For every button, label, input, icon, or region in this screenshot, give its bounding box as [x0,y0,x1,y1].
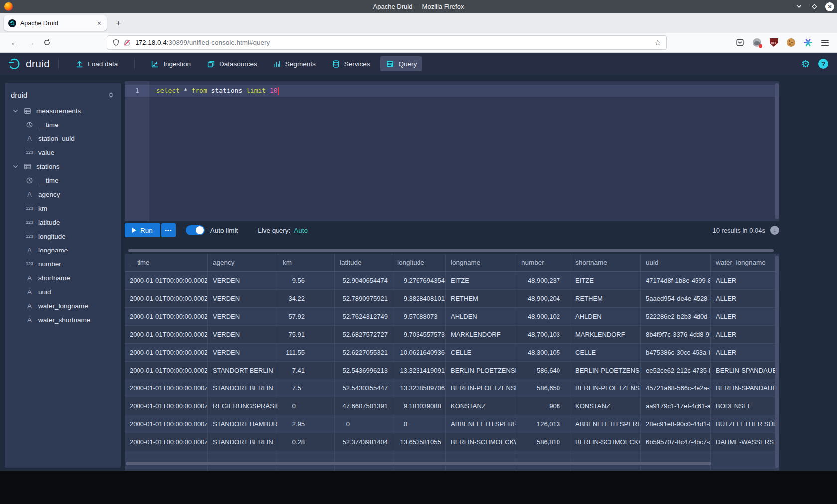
cell-water_longname[interactable]: BÜTZFLETHER SÜDERE [711,415,775,433]
sidebar-column-water_longname[interactable]: Awater_longname [5,299,121,313]
cell-number[interactable]: 48,900,102 [516,308,570,325]
panel-splitter[interactable] [128,249,774,252]
cell-uuid[interactable]: 45721a68-566c-4e2a-a6 [641,379,711,397]
run-more-button[interactable]: ••• [161,223,176,237]
cell-number[interactable]: 48,900,237 [516,272,570,289]
cell-longname[interactable]: RETHEM [446,290,516,307]
cell-longitude[interactable]: 10.0621640936 [392,344,446,361]
cell-longitude[interactable]: 9.3828408101 [392,290,446,307]
nav-item-ingestion[interactable]: Ingestion [145,56,196,71]
cell-__time[interactable]: 2000-01-01T00:00:00.000Z [125,433,208,451]
reload-button[interactable] [39,35,55,50]
cell-water_longname[interactable]: ALLER [711,344,775,361]
results-vertical-scrollbar[interactable] [775,256,779,468]
cell-shortname[interactable]: RETHEM [570,290,641,307]
live-query-value[interactable]: Auto [294,227,308,234]
cell-latitude[interactable]: 0 [335,415,392,433]
cell-longname[interactable]: MARKLENDORF [446,326,516,343]
column-header-__time[interactable]: __time [125,254,208,271]
privacy-mask-icon[interactable] [748,35,765,50]
cell-__time[interactable]: 2000-01-01T00:00:00.000Z [125,415,208,433]
cell-longitude[interactable]: 13.3231419091 [392,362,446,379]
cell-__time[interactable]: 2000-01-01T00:00:00.000Z [125,379,208,397]
cell-number[interactable]: 48,900,204 [516,290,570,307]
nav-item-services[interactable]: Services [326,56,376,71]
cell-shortname[interactable]: CELLE [570,344,641,361]
cell-longitude[interactable]: 9.57088073 [392,308,446,325]
sidebar-column-value[interactable]: 123value [5,145,121,159]
cell-latitude[interactable]: 52.5436996213 [335,362,392,379]
cell-__time[interactable]: 2000-01-01T00:00:00.000Z [125,308,208,325]
sidebar-column-latitude[interactable]: 123latitude [5,215,121,229]
cell-__time[interactable]: 2000-01-01T00:00:00.000Z [125,362,208,379]
cell-latitude[interactable]: 52.7624312749 [335,308,392,325]
schema-selector[interactable]: druid [5,86,121,104]
nav-item-datasources[interactable]: Datasources [201,56,263,71]
cell-water_longname[interactable]: DAHME-WASSERSTRAS [711,433,775,451]
editor-line[interactable]: 1 select * from stations limit 10 [125,85,779,97]
container-asterisk-icon[interactable] [799,35,816,50]
cell-latitude[interactable]: 52.9040654474 [335,272,392,289]
cell-water_longname[interactable]: ALLER [711,308,775,325]
column-header-water_longname[interactable]: water_longname [711,254,775,271]
sidebar-column-km[interactable]: 123km [5,201,121,215]
nav-item-query[interactable]: Query [380,56,422,71]
sidebar-column-station_uuid[interactable]: Astation_uuid [5,131,121,145]
cell-uuid[interactable]: 8b4f9f7c-3376-4dd8-95c [641,326,711,343]
sidebar-column-agency[interactable]: Aagency [5,187,121,201]
cell-km[interactable]: 75.91 [278,326,335,343]
gear-icon[interactable]: ⚙ [801,59,810,69]
cell-water_longname[interactable]: ALLER [711,272,775,289]
cell-__time[interactable]: 2000-01-01T00:00:00.000Z [125,272,208,289]
editor-scrollbar[interactable] [775,83,779,219]
cell-number[interactable]: 906 [516,397,570,415]
run-button[interactable]: Run [125,223,160,237]
nav-item-segments[interactable]: Segments [268,56,321,71]
cell-agency[interactable]: STANDORT BERLIN [208,362,278,379]
forward-button[interactable]: → [23,35,39,50]
cell-longname[interactable]: CELLE [446,344,516,361]
column-header-km[interactable]: km [278,254,335,271]
cell-latitude[interactable]: 47.6607501391 [335,397,392,415]
cell-latitude[interactable]: 52.6827572727 [335,326,392,343]
cell-agency[interactable]: VERDEN [208,290,278,307]
cell-agency[interactable]: STANDORT BERLIN [208,433,278,451]
cell-agency[interactable]: VERDEN [208,326,278,343]
cell-agency[interactable]: STANDORT BERLIN [208,379,278,397]
cell-water_longname[interactable]: BODENSEE [711,397,775,415]
cell-latitude[interactable]: 52.7890975921 [335,290,392,307]
sidebar-column-uuid[interactable]: Auuid [5,285,121,299]
help-icon[interactable]: ? [818,59,828,69]
cell-shortname[interactable]: MARKLENDORF [570,326,641,343]
column-header-number[interactable]: number [516,254,570,271]
browser-tab[interactable]: Apache Druid × [4,15,107,31]
cell-latitude[interactable]: 52.5430355447 [335,379,392,397]
minimize-icon[interactable] [794,2,803,11]
cell-agency[interactable]: VERDEN [208,344,278,361]
query-editor[interactable]: 1 select * from stations limit 10 [125,81,779,221]
sidebar-column-__time[interactable]: __time [5,173,121,187]
cell-uuid[interactable]: b475386c-30cc-453a-b3 [641,344,711,361]
cell-longitude[interactable]: 9.181039088 [392,397,446,415]
cell-__time[interactable]: 2000-01-01T00:00:00.000Z [125,344,208,361]
cell-uuid[interactable]: 47174d8f-1b8e-4599-8a [641,272,711,289]
cell-__time[interactable]: 2000-01-01T00:00:00.000Z [125,326,208,343]
url-bar[interactable]: 172.18.0.4:30899/unified-console.html#qu… [107,35,667,50]
cell-uuid[interactable]: aa9179c1-17ef-4c61-a48 [641,397,711,415]
cell-agency[interactable]: REGIERUNGSPRÄSIDIUM [208,397,278,415]
cell-km[interactable]: 7.41 [278,362,335,379]
cookie-icon[interactable] [782,35,799,50]
cell-longname[interactable]: ABBENFLETH SPERRWER [446,415,516,433]
nav-item-load-data[interactable]: Load data [70,56,123,71]
cell-water_longname[interactable]: BERLIN-SPANDAUER-S [711,362,775,379]
column-header-agency[interactable]: agency [208,254,278,271]
sidebar-column-__time[interactable]: __time [5,118,121,131]
cell-longname[interactable]: EITZE [446,272,516,289]
cell-longitude[interactable]: 13.3238589706 [392,379,446,397]
sidebar-column-number[interactable]: 123number [5,257,121,271]
cell-longname[interactable]: AHLDEN [446,308,516,325]
cell-shortname[interactable]: BERLIN-SCHMOECKWITZ [570,433,641,451]
cell-shortname[interactable]: BERLIN-PLOETZENSEE C [570,362,641,379]
sidebar-table-measurements[interactable]: measurements [5,104,121,118]
cell-longitude[interactable]: 13.653581055 [392,433,446,451]
